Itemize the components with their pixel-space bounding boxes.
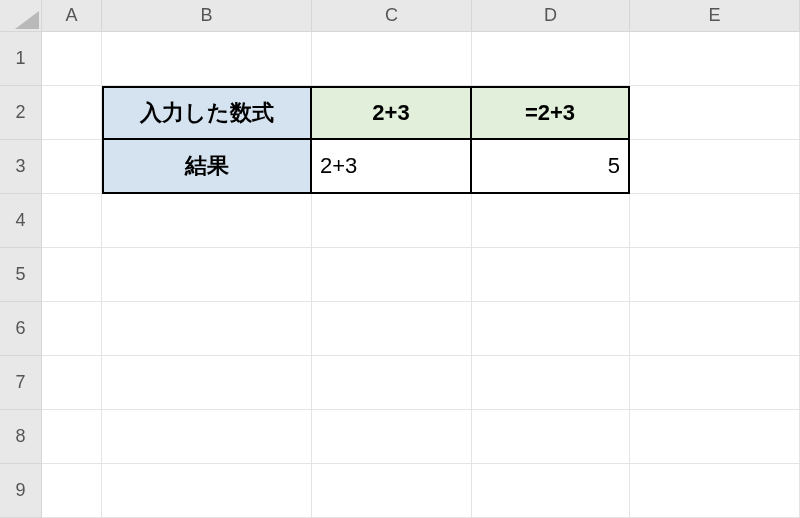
cell-A9[interactable] (42, 464, 102, 518)
cell-A2[interactable] (42, 86, 102, 140)
row-header-7[interactable]: 7 (0, 356, 42, 410)
cell-C2[interactable]: 2+3 (312, 86, 472, 140)
cell-C4[interactable] (312, 194, 472, 248)
cell-D2[interactable]: =2+3 (472, 86, 630, 140)
cell-A4[interactable] (42, 194, 102, 248)
cell-C5[interactable] (312, 248, 472, 302)
row-header-4[interactable]: 4 (0, 194, 42, 248)
cell-D1[interactable] (472, 32, 630, 86)
cell-D5[interactable] (472, 248, 630, 302)
col-header-E[interactable]: E (630, 0, 800, 32)
spreadsheet-grid[interactable]: A B C D E 1 2 入力した数式 2+3 =2+3 3 結果 2+3 5… (0, 0, 800, 518)
cell-E8[interactable] (630, 410, 800, 464)
row-header-6[interactable]: 6 (0, 302, 42, 356)
row-header-3[interactable]: 3 (0, 140, 42, 194)
row-header-2[interactable]: 2 (0, 86, 42, 140)
cell-D8[interactable] (472, 410, 630, 464)
cell-C9[interactable] (312, 464, 472, 518)
cell-E6[interactable] (630, 302, 800, 356)
cell-C1[interactable] (312, 32, 472, 86)
row-header-8[interactable]: 8 (0, 410, 42, 464)
cell-B7[interactable] (102, 356, 312, 410)
cell-B1[interactable] (102, 32, 312, 86)
cell-B2[interactable]: 入力した数式 (102, 86, 312, 140)
cell-D4[interactable] (472, 194, 630, 248)
cell-B6[interactable] (102, 302, 312, 356)
select-all-corner[interactable] (0, 0, 42, 32)
cell-B5[interactable] (102, 248, 312, 302)
cell-C7[interactable] (312, 356, 472, 410)
cell-E1[interactable] (630, 32, 800, 86)
cell-D7[interactable] (472, 356, 630, 410)
cell-C6[interactable] (312, 302, 472, 356)
cell-A3[interactable] (42, 140, 102, 194)
cell-A7[interactable] (42, 356, 102, 410)
cell-A8[interactable] (42, 410, 102, 464)
col-header-B[interactable]: B (102, 0, 312, 32)
col-header-C[interactable]: C (312, 0, 472, 32)
row-header-9[interactable]: 9 (0, 464, 42, 518)
cell-B9[interactable] (102, 464, 312, 518)
cell-B3[interactable]: 結果 (102, 140, 312, 194)
row-header-1[interactable]: 1 (0, 32, 42, 86)
col-header-D[interactable]: D (472, 0, 630, 32)
cell-C8[interactable] (312, 410, 472, 464)
cell-E3[interactable] (630, 140, 800, 194)
cell-E5[interactable] (630, 248, 800, 302)
cell-D6[interactable] (472, 302, 630, 356)
cell-E7[interactable] (630, 356, 800, 410)
cell-C3[interactable]: 2+3 (312, 140, 472, 194)
col-header-A[interactable]: A (42, 0, 102, 32)
row-header-5[interactable]: 5 (0, 248, 42, 302)
cell-A6[interactable] (42, 302, 102, 356)
cell-D3[interactable]: 5 (472, 140, 630, 194)
cell-D9[interactable] (472, 464, 630, 518)
cell-B8[interactable] (102, 410, 312, 464)
cell-A1[interactable] (42, 32, 102, 86)
cell-E4[interactable] (630, 194, 800, 248)
cell-A5[interactable] (42, 248, 102, 302)
cell-E2[interactable] (630, 86, 800, 140)
cell-B4[interactable] (102, 194, 312, 248)
cell-E9[interactable] (630, 464, 800, 518)
